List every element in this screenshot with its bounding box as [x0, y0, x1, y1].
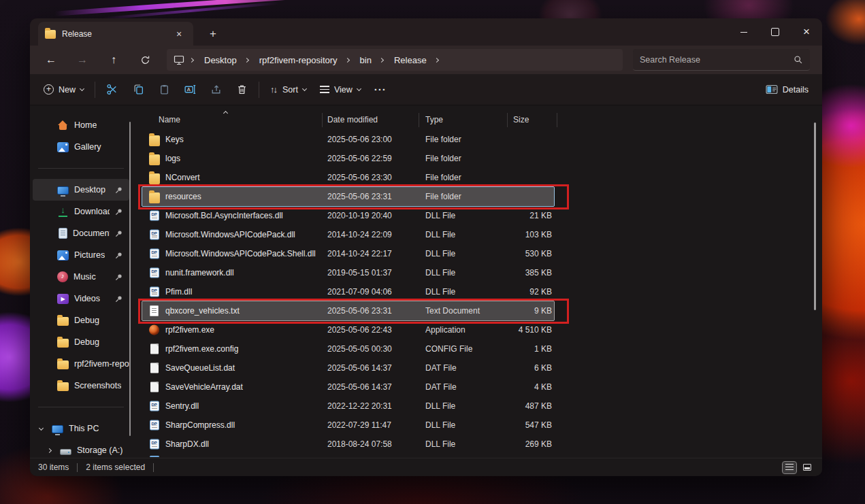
expand-chevron-icon[interactable]	[39, 425, 44, 430]
column-header-type[interactable]: Type	[425, 115, 443, 124]
maximize-button[interactable]	[760, 18, 791, 46]
new-tab-button[interactable]	[204, 25, 222, 43]
file-row[interactable]: rpf2fivem.exe 2025-05-06 22:43 Applicati…	[142, 320, 554, 339]
tab-close-icon[interactable]	[172, 27, 186, 41]
column-header-date-modified[interactable]: Date modified	[327, 115, 378, 124]
file-size: 530 KB	[525, 249, 552, 258]
minimize-button[interactable]	[728, 18, 760, 46]
file-row[interactable]: NConvert 2025-05-06 23:30 File folder	[142, 168, 554, 187]
up-button[interactable]	[98, 48, 129, 72]
file-size: 103 KB	[525, 230, 552, 239]
sidebar-item[interactable]: Home	[33, 114, 129, 136]
file-icon	[150, 401, 159, 411]
sidebar-item-icon	[57, 120, 69, 131]
file-row[interactable]: Sentry.dll 2022-12-22 20:31 DLL File 487…	[142, 397, 554, 416]
file-row[interactable]: SaveVehicleArray.dat 2025-05-06 14:37 DA…	[142, 377, 554, 397]
column-divider[interactable]	[322, 113, 323, 127]
sidebar-item[interactable]: Pictures	[33, 244, 129, 266]
column-divider[interactable]	[557, 113, 557, 127]
refresh-button[interactable]	[129, 48, 161, 72]
sort-icon	[270, 84, 276, 95]
sort-button[interactable]: Sort	[263, 78, 313, 101]
file-icon	[150, 344, 159, 354]
file-row[interactable]: SharpDX.dll 2018-08-24 07:58 DLL File 26…	[142, 435, 554, 454]
chevron-right-icon[interactable]	[345, 57, 350, 62]
sidebar-item[interactable]: Gallery	[33, 136, 129, 158]
sidebar-item[interactable]: rpf2fivem-repos	[33, 353, 129, 375]
sidebar-item-label: This PC	[69, 424, 99, 433]
sidebar-item[interactable]: Storage (A:)	[33, 439, 129, 458]
file-date-modified: 2022-12-22 20:31	[327, 401, 392, 411]
sidebar-item[interactable]: Videos	[33, 288, 129, 309]
file-type: File folder	[425, 154, 461, 163]
breadcrumb-item[interactable]: Desktop	[199, 53, 242, 67]
view-button[interactable]: View	[313, 78, 368, 101]
sidebar-scrollbar[interactable]	[129, 122, 131, 436]
column-divider[interactable]	[419, 113, 419, 127]
file-type: DLL File	[425, 268, 455, 278]
file-row[interactable]: Microsoft.WindowsAPICodePack.Shell.dll 2…	[142, 244, 554, 263]
view-icon	[320, 86, 329, 93]
delete-button[interactable]	[229, 78, 255, 101]
sidebar-item-icon	[57, 186, 69, 195]
file-row[interactable]: Keys 2025-05-06 23:00 File folder	[142, 130, 554, 149]
breadcrumb-segment: rpf2fivem-repository	[254, 53, 355, 67]
column-header-size[interactable]: Size	[513, 115, 529, 124]
new-button[interactable]: New	[37, 78, 91, 101]
file-name: Microsoft.WindowsAPICodePack.dll	[165, 230, 295, 239]
more-options-button[interactable]	[368, 78, 393, 101]
close-button[interactable]	[791, 18, 822, 46]
details-pane-button[interactable]: Details	[759, 78, 815, 101]
chevron-right-icon[interactable]	[379, 57, 384, 62]
sidebar-item-icon	[57, 294, 69, 304]
details-view-toggle[interactable]	[783, 462, 796, 473]
back-button[interactable]	[35, 48, 67, 72]
search-input[interactable]	[640, 55, 794, 65]
sidebar-item[interactable]: Debug	[33, 331, 129, 353]
sidebar-item[interactable]: Screenshots	[33, 375, 129, 397]
share-button[interactable]	[203, 78, 229, 101]
column-header-name[interactable]: Name	[159, 115, 180, 124]
file-row[interactable]: Pfim.dll 2021-07-09 04:06 DLL File 92 KB	[142, 282, 554, 301]
sidebar-item[interactable]: Desktop	[33, 179, 129, 201]
paste-button[interactable]	[151, 78, 177, 101]
breadcrumb-item[interactable]: bin	[355, 53, 377, 67]
sidebar-item[interactable]: Debug	[33, 309, 129, 331]
file-row[interactable]: Microsoft.WindowsAPICodePack.dll 2014-10…	[142, 225, 554, 244]
chevron-right-icon[interactable]	[434, 57, 439, 62]
sidebar-item-icon	[57, 206, 69, 218]
sidebar-item[interactable]: This PC	[33, 418, 129, 439]
sidebar-item-icon	[59, 228, 67, 239]
breadcrumb-item[interactable]: Release	[389, 53, 432, 67]
sidebar-item-icon	[57, 250, 69, 261]
file-row[interactable]: nunit.framework.dll 2019-05-15 01:37 DLL…	[142, 263, 554, 282]
file-row[interactable]: logs 2025-05-06 22:59 File folder	[142, 149, 554, 168]
file-row[interactable]: Microsoft.Bcl.AsyncInterfaces.dll 2020-1…	[142, 206, 554, 225]
file-row[interactable]: resources 2025-05-06 23:31 File folder	[142, 187, 554, 206]
file-row[interactable]: SharpCompress.dll 2022-07-29 11:47 DLL F…	[142, 416, 554, 435]
expand-chevron-icon[interactable]	[47, 448, 52, 452]
cut-button[interactable]	[99, 78, 125, 101]
file-name: rpf2fivem.exe.config	[165, 344, 238, 354]
breadcrumb-item[interactable]: rpf2fivem-repository	[254, 53, 343, 67]
search-box[interactable]	[633, 49, 810, 71]
file-row[interactable]: qbxcore_vehicles.txt 2025-05-06 23:31 Te…	[142, 301, 554, 320]
file-name: resources	[165, 192, 201, 201]
rename-button[interactable]: A	[177, 78, 203, 101]
chevron-right-icon[interactable]	[244, 57, 249, 62]
file-row[interactable]: SaveQueueList.dat 2025-05-06 14:37 DAT F…	[142, 358, 554, 377]
file-type: DLL File	[425, 401, 455, 411]
thumbnail-view-toggle[interactable]	[800, 462, 814, 473]
tab-release[interactable]: Release	[38, 22, 193, 46]
sidebar-item[interactable]: Music	[33, 266, 129, 288]
file-name: NConvert	[165, 173, 200, 182]
copy-button[interactable]	[125, 78, 151, 101]
forward-button[interactable]	[67, 48, 98, 72]
column-divider[interactable]	[507, 113, 508, 127]
refresh-icon	[140, 55, 150, 65]
file-row[interactable]: rpf2fivem.exe.config 2025-05-05 00:30 CO…	[142, 339, 554, 358]
sidebar-item[interactable]: Downloads	[33, 201, 129, 222]
sidebar-item[interactable]: Documents	[33, 222, 129, 244]
file-date-modified: 2021-07-09 04:06	[327, 287, 392, 297]
file-list-scrollbar[interactable]	[814, 122, 816, 310]
